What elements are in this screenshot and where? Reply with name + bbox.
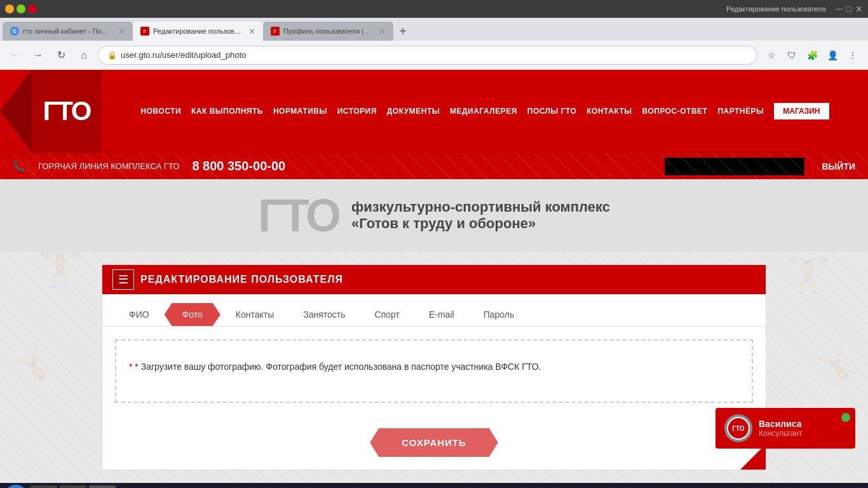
- save-button[interactable]: СОХРАНИТЬ: [370, 428, 498, 457]
- gto-logo[interactable]: ГТО: [32, 70, 102, 152]
- taskbar-app-chrome[interactable]: [89, 485, 116, 488]
- tab3-label: Профиль пользователя | ВФСК: [283, 27, 372, 35]
- edit-header-title: РЕДАКТИРОВАНИЕ ПОЛЬЗОВАТЕЛЯ: [140, 274, 343, 285]
- edit-header-icon: ☰: [112, 269, 134, 290]
- profile-icon[interactable]: 👤: [824, 46, 841, 64]
- nav-partners[interactable]: ПАРТНЁРЫ: [717, 107, 764, 116]
- browser-frame: Редактирование пользователя ─ □ ✕ G гто …: [0, 0, 868, 70]
- gto-header: ГТО НОВОСТИ КАК ВЫПОЛНЯТЬ НОРМАТИВЫ ИСТО…: [0, 70, 868, 152]
- shop-button[interactable]: МАГАЗИН: [774, 103, 829, 119]
- extensions-icon[interactable]: 🧩: [803, 46, 821, 64]
- nav-news[interactable]: НОВОСТИ: [140, 107, 181, 116]
- tab1-label: гто личный кабинет - Поиск в...: [23, 27, 112, 35]
- tab2-label: Редактирование пользователя: [153, 27, 242, 35]
- window-title: Редактирование пользователя: [726, 5, 826, 13]
- nav-history[interactable]: ИСТОРИЯ: [337, 107, 377, 116]
- chat-avatar-text: ГТО: [732, 425, 744, 432]
- taskbar-app-file-explorer[interactable]: [31, 485, 57, 488]
- tab2-close[interactable]: ✕: [248, 27, 255, 36]
- hero-subtitle: физкультурно-спортивный комплекс «Готов …: [351, 199, 610, 232]
- tabs-bar: G гто личный кабинет - Поиск в... ✕ Г Ре…: [0, 18, 868, 41]
- chat-widget[interactable]: ГТО Василиса Консультант: [715, 408, 855, 449]
- header-triangle: [752, 265, 766, 294]
- tab-employment[interactable]: Занятость: [289, 303, 359, 326]
- upload-text-content: * Загрузите вашу фотографию. Фотография …: [135, 362, 541, 372]
- edit-card-header: ☰ РЕДАКТИРОВАНИЕ ПОЛЬЗОВАТЕЛЯ: [102, 265, 766, 294]
- tab-photo[interactable]: Фото: [165, 303, 220, 326]
- url-bar[interactable]: 🔒 user.gto.ru/user/edit/upload_photo: [98, 46, 757, 65]
- lock-icon: 🔒: [107, 51, 117, 60]
- nav-documents[interactable]: ДОКУМЕНТЫ: [387, 107, 440, 116]
- hero-line2: «Готов к труду и обороне»: [351, 215, 610, 232]
- toolbar-icons: ☆ 🛡 🧩 👤 ⋮: [763, 46, 862, 64]
- new-tab-button[interactable]: +: [393, 22, 412, 41]
- tab3-close[interactable]: ✕: [379, 27, 386, 36]
- shield-icon[interactable]: 🛡: [783, 46, 801, 64]
- hero-line1: физкультурно-спортивный комплекс: [351, 199, 610, 215]
- nav-menu: НОВОСТИ КАК ВЫПОЛНЯТЬ НОРМАТИВЫ ИСТОРИЯ …: [140, 103, 829, 119]
- tab-password[interactable]: Пароль: [470, 303, 529, 326]
- browser-tab-2[interactable]: Г Редактирование пользователя ✕: [133, 22, 263, 41]
- win-close-icon[interactable]: ✕: [855, 4, 863, 14]
- reload-button[interactable]: ↻: [52, 46, 70, 64]
- bookmark-star-icon[interactable]: ☆: [763, 46, 780, 64]
- browser-tab-1[interactable]: G гто личный кабинет - Поиск в... ✕: [3, 22, 133, 41]
- nav-ambassadors[interactable]: ПОСЛЫ ГТО: [527, 107, 577, 116]
- required-star: *: [129, 362, 135, 372]
- home-button[interactable]: ⌂: [75, 46, 93, 64]
- win-minimize-icon[interactable]: ─: [836, 4, 843, 14]
- minimize-btn[interactable]: [5, 4, 14, 13]
- title-bar: Редактирование пользователя ─ □ ✕: [0, 0, 868, 18]
- tab2-favicon: Г: [140, 27, 149, 36]
- chat-avatar-logo: ГТО: [727, 417, 750, 440]
- win-restore-icon[interactable]: □: [846, 4, 851, 14]
- nav-norms[interactable]: НОРМАТИВЫ: [273, 107, 327, 116]
- nav-faq[interactable]: ВОПРОС-ОТВЕТ: [642, 107, 708, 116]
- nav-how[interactable]: КАК ВЫПОЛНЯТЬ: [191, 107, 263, 116]
- close-btn[interactable]: [28, 4, 37, 13]
- gto-logo-text: ГТО: [43, 96, 90, 126]
- taskbar: O ▲ 📶 🔊 19:13 18.12.2020: [0, 483, 868, 488]
- gto-navigation: НОВОСТИ КАК ВЫПОЛНЯТЬ НОРМАТИВЫ ИСТОРИЯ …: [102, 70, 868, 152]
- forward-button[interactable]: →: [29, 46, 47, 64]
- back-button[interactable]: ←: [6, 46, 24, 64]
- hero-section: ГТО физкультурно-спортивный комплекс «Го…: [0, 179, 868, 252]
- tab-sport[interactable]: Спорт: [361, 303, 414, 326]
- nav-contacts[interactable]: КОНТАКТЫ: [587, 107, 632, 116]
- tab-contacts[interactable]: Контакты: [222, 303, 288, 326]
- save-section: СОХРАНИТЬ: [102, 416, 766, 470]
- edit-tabs: ФИО Фото Контакты Занятость Спорт E-mail…: [102, 294, 766, 327]
- page-content: 🏃 🏋 🤸 🏃 🏋 🤸 ГТО НОВОСТИ КАК ВЫПОЛНЯТЬ НО…: [0, 70, 868, 483]
- chat-green-dot: [841, 413, 850, 422]
- chat-avatar: ГТО: [724, 414, 752, 442]
- taskbar-app-opera[interactable]: O: [60, 485, 86, 488]
- chat-name: Василиса: [759, 419, 803, 429]
- browser-tab-3[interactable]: Г Профиль пользователя | ВФСК ✕: [263, 22, 393, 41]
- tab-email[interactable]: E-mail: [415, 303, 468, 326]
- hero-logo: ГТО: [258, 189, 339, 241]
- upload-instructions: * * Загрузите вашу фотографию. Фотографи…: [129, 360, 739, 374]
- maximize-btn[interactable]: [17, 4, 25, 13]
- tab1-favicon: G: [10, 27, 19, 36]
- menu-icon[interactable]: ⋮: [844, 46, 862, 64]
- tab-fio[interactable]: ФИО: [115, 303, 163, 326]
- upload-area: * * Загрузите вашу фотографию. Фотографи…: [115, 339, 753, 403]
- tab1-close[interactable]: ✕: [118, 27, 125, 36]
- address-bar: ← → ↻ ⌂ 🔒 user.gto.ru/user/edit/upload_p…: [0, 41, 868, 70]
- hero-logo-text: ГТО: [258, 189, 339, 241]
- logo-triangle-left: [0, 70, 32, 152]
- nav-media[interactable]: МЕДИАГАЛЕРЕЯ: [450, 107, 517, 116]
- url-text: user.gto.ru/user/edit/upload_photo: [121, 50, 246, 60]
- tab3-favicon: Г: [271, 27, 280, 36]
- start-button[interactable]: [4, 485, 28, 488]
- chat-info: Василиса Консультант: [759, 419, 803, 438]
- edit-card: ☰ РЕДАКТИРОВАНИЕ ПОЛЬЗОВАТЕЛЯ ФИО Фото К…: [102, 264, 766, 470]
- chat-role: Консультант: [759, 429, 803, 438]
- window-controls: [5, 4, 37, 13]
